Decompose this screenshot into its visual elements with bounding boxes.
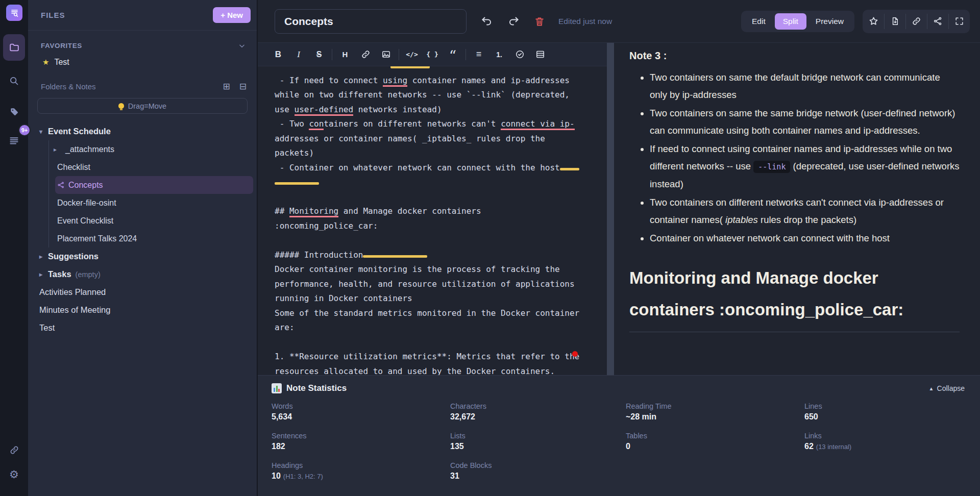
tree-item-test[interactable]: Test: [28, 319, 257, 337]
markdown-editor-pane: BISH</>{ }“≡1. - If need to connect usin…: [258, 43, 607, 375]
heading-button[interactable]: H: [335, 46, 355, 63]
tree-item-label: Placement Talks 2024: [57, 234, 137, 243]
caret-right-icon[interactable]: ▸: [39, 253, 47, 260]
strike-button[interactable]: S: [309, 46, 329, 63]
bold-icon: B: [275, 49, 281, 60]
blockquote-button[interactable]: “: [443, 46, 463, 63]
stats-title: Note Statistics: [286, 383, 347, 393]
tree-item-tasks[interactable]: ▸Tasks(empty): [28, 265, 257, 283]
stat-tables: Tables0: [626, 432, 804, 451]
tree-item-minutes-of-meeting[interactable]: Minutes of Meeting: [28, 301, 257, 319]
stat-extra: (13 internal): [816, 443, 851, 451]
bulb-icon: [118, 103, 124, 109]
tree-item-checklist[interactable]: Checklist: [55, 158, 253, 176]
tree-item-suffix: (empty): [76, 270, 101, 279]
editor-line: use user-defined networks instead): [275, 103, 607, 117]
bold-button[interactable]: B: [268, 46, 288, 63]
view-mode-edit[interactable]: Edit: [744, 13, 774, 30]
collapse-stats-button[interactable]: ▲ Collapse: [929, 384, 965, 392]
export-icon: [890, 16, 900, 26]
stat-lists: Lists135: [450, 432, 626, 451]
tree-item-docker-file-osint[interactable]: Docker-file-osint: [55, 194, 253, 212]
ordered-list-button[interactable]: 1.: [489, 46, 509, 63]
app-logo-icon[interactable]: [6, 5, 22, 21]
collapse-arrow-icon: ▲: [929, 386, 934, 391]
caret-right-icon[interactable]: ▸: [39, 271, 47, 278]
editor-line: Docker container monitoring is the proce…: [275, 262, 607, 277]
image-icon: [381, 49, 391, 59]
italic-button[interactable]: I: [288, 46, 309, 63]
preview-pane[interactable]: Note 3 : Two containers on same the defa…: [614, 43, 980, 375]
caret-right-icon[interactable]: ▸: [54, 146, 62, 153]
task-list-button[interactable]: [509, 46, 530, 63]
view-mode-toggle: EditSplitPreview: [741, 11, 854, 32]
favorite-label: Test: [54, 58, 69, 67]
braces-icon: { }: [426, 51, 438, 58]
tree-item-label: Minutes of Meeting: [39, 305, 110, 315]
settings-nav-button[interactable]: ⚙: [3, 463, 25, 485]
caret-down-icon[interactable]: ▾: [39, 128, 47, 135]
notebooks-nav-button[interactable]: [3, 34, 25, 61]
tag-icon: [9, 107, 19, 117]
tree-item-event-schedule[interactable]: ▾Event Schedule: [28, 122, 257, 140]
grid-add-icon[interactable]: ⊞: [223, 81, 230, 92]
stat-sentences: Sentences182: [272, 432, 450, 451]
delete-note-button[interactable]: [534, 16, 545, 27]
tree-item-attachments[interactable]: ▸_attachments: [55, 140, 253, 158]
editor-content[interactable]: - If need to connect using container nam…: [258, 66, 607, 375]
undo-button[interactable]: [481, 15, 493, 28]
note-title-input[interactable]: [275, 9, 467, 34]
formatting-toolbar: BISH</>{ }“≡1.: [258, 43, 607, 66]
image-button[interactable]: [376, 46, 396, 63]
stat-value: 32,672: [450, 412, 626, 421]
toolbar-divider: [465, 49, 466, 60]
star-action-button[interactable]: [863, 14, 884, 29]
inline-code-icon: </>: [406, 51, 418, 58]
favorite-item-test[interactable]: ★ Test: [28, 49, 257, 67]
export-action-button[interactable]: [884, 14, 905, 29]
link-button[interactable]: [355, 46, 376, 63]
table-button[interactable]: [530, 46, 550, 63]
pane-resize-handle[interactable]: [607, 43, 614, 375]
folder-icon: [9, 42, 20, 53]
view-mode-split[interactable]: Split: [775, 13, 806, 30]
view-mode-preview[interactable]: Preview: [807, 13, 852, 30]
bullet-list-button[interactable]: ≡: [469, 46, 489, 63]
highlight-bar: [560, 168, 580, 170]
favorites-header: FAVORITES: [28, 31, 257, 49]
chain-link-icon: [9, 445, 19, 455]
expand-action-button[interactable]: [948, 14, 970, 29]
inline-code-button[interactable]: </>: [402, 46, 422, 63]
attachments-nav-button[interactable]: [3, 439, 25, 461]
stat-label: Links: [804, 432, 965, 440]
editor-line: while on two different networks -- use `…: [275, 88, 607, 103]
redo-button[interactable]: [507, 15, 520, 28]
search-nav-button[interactable]: [3, 70, 25, 92]
heading-icon: H: [342, 50, 348, 59]
chevron-down-icon[interactable]: [238, 42, 246, 49]
list-icon: [9, 135, 19, 146]
new-note-button[interactable]: + New: [213, 7, 251, 23]
link-action-button[interactable]: [905, 14, 927, 29]
drag-move-hint[interactable]: Drag=Move: [37, 98, 248, 114]
tree-item-suggestions[interactable]: ▸Suggestions: [28, 247, 257, 265]
favorites-title: FAVORITES: [41, 42, 82, 49]
tree-item-placement-talks-2024[interactable]: Placement Talks 2024: [55, 230, 253, 247]
tree-item-label: Event Schedule: [48, 127, 111, 136]
tags-nav-button[interactable]: [3, 101, 25, 122]
folders-notes-title: Folders & Notes: [41, 82, 96, 91]
bullet-list-icon: ≡: [476, 49, 482, 60]
braces-button[interactable]: { }: [422, 46, 443, 63]
tree-item-activities-planned[interactable]: Activities Planned: [28, 283, 257, 301]
share-action-button[interactable]: [927, 14, 948, 29]
save-status: Edited just now: [558, 17, 612, 26]
tree-item-event-checklist[interactable]: Event Checklist: [55, 212, 253, 230]
stat-label: Lists: [450, 432, 626, 440]
tree-item-concepts[interactable]: Concepts: [55, 176, 253, 194]
panel-toggle-icon[interactable]: ⊟: [239, 81, 247, 92]
blockquote-icon: “: [449, 50, 456, 59]
editor-line: [275, 335, 607, 350]
sidebar-header: FILES + New: [28, 0, 257, 31]
tree-item-label: Concepts: [68, 181, 103, 190]
editor-line: - If need to connect using container nam…: [275, 73, 607, 88]
